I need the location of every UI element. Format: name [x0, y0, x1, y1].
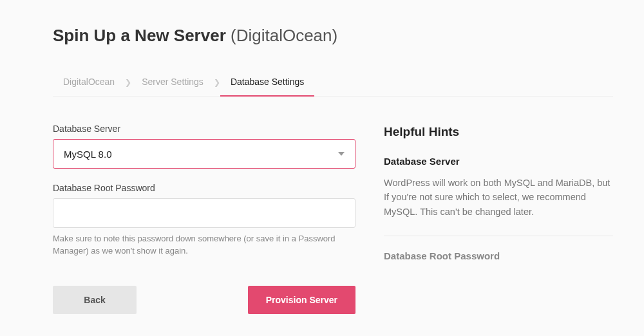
page-title-main: Spin Up a New Server [53, 26, 226, 45]
db-server-value: MySQL 8.0 [64, 149, 111, 160]
caret-down-icon [338, 152, 345, 156]
page-title: Spin Up a New Server (DigitalOcean) [53, 26, 613, 46]
db-server-select[interactable]: MySQL 8.0 [53, 139, 355, 169]
provision-server-button[interactable]: Provision Server [248, 286, 355, 314]
page-title-context: (DigitalOcean) [231, 26, 337, 45]
hints-title: Helpful Hints [384, 125, 613, 139]
hint-db-root-password-heading: Database Root Password [384, 250, 613, 261]
db-root-password-helper: Make sure to note this password down som… [53, 233, 355, 257]
hint-db-server-body: WordPress will work on both MySQL and Ma… [384, 176, 613, 219]
chevron-right-icon: ❯ [125, 78, 131, 87]
db-root-password-input[interactable] [53, 198, 355, 228]
tab-database-settings[interactable]: Database Settings [220, 69, 314, 96]
divider [384, 236, 613, 236]
chevron-right-icon: ❯ [214, 78, 220, 87]
hint-db-server-heading: Database Server [384, 156, 613, 167]
db-server-label: Database Server [53, 124, 355, 134]
db-root-password-label: Database Root Password [53, 183, 355, 193]
tab-digitalocean[interactable]: DigitalOcean [53, 69, 125, 96]
back-button[interactable]: Back [53, 286, 137, 314]
wizard-tabs: DigitalOcean ❯ Server Settings ❯ Databas… [53, 69, 613, 97]
tab-server-settings[interactable]: Server Settings [131, 69, 214, 96]
